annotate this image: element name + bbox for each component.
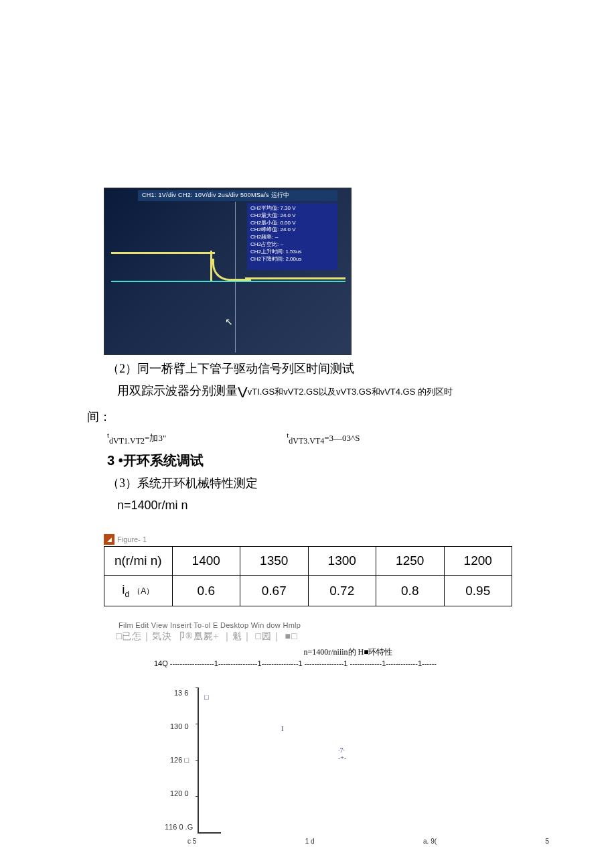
y-axis-label: 130 0 — [170, 722, 189, 730]
scope-info-line: CH2平均值: 7.30 V — [250, 205, 334, 212]
x-axis-label: a. 9( — [423, 838, 437, 845]
formula-td12: tdVT1.VT2=加3" — [107, 431, 166, 446]
symbol-V: V — [238, 384, 248, 401]
data-point-marker: ·7·-+- — [338, 746, 346, 761]
formula-row: tdVT1.VT2=加3" tdVT3.VT4=3—03^S — [87, 431, 529, 446]
chart-area: n=1400r/niiin的 H■环特性 14Q ---------------… — [147, 647, 549, 842]
y-axis-label: 120 0 — [170, 789, 189, 797]
paragraph-tail: 间： — [87, 409, 529, 425]
formula-rest: =3—03^S — [324, 434, 360, 444]
figure-block: ◢ Figure- 1 n(r/mi n) 1400 1350 1300 125… — [104, 534, 512, 842]
scope-wave-ch1 — [111, 252, 215, 254]
formula-sub: dVT1.VT2 — [109, 436, 145, 446]
scope-header: CH1: 1V/div CH2: 10V/div 2us/div 500MSa/… — [138, 190, 337, 201]
chart-axis-frame — [198, 687, 221, 834]
table-cell: 0.67 — [240, 576, 309, 606]
x-axis-label: 1 d — [305, 838, 315, 845]
paragraph-step-2: （2）同一桥臂上下管子驱动信号列区时间测试 — [87, 360, 529, 377]
figure-window-title: ◢ Figure- 1 — [104, 534, 512, 545]
scope-info-line: CH2最大值: 24.0 V — [250, 212, 334, 220]
scope-info-line: CH2占空比: -- — [250, 241, 334, 249]
table-cell: 1200 — [444, 547, 512, 576]
y-axis-label: 126 □ — [170, 756, 189, 764]
figure-menu-bar: Film Edit View Inseirt To-ol E Desktop W… — [119, 621, 512, 629]
matlab-figure-icon: ◢ — [104, 534, 114, 545]
y-tick — [196, 760, 199, 761]
scope-wave-ch2 — [111, 281, 345, 282]
y-axis-label: 116 0 .G — [165, 823, 193, 831]
table-row: n(r/mi n) 1400 1350 1300 1250 1200 — [104, 547, 512, 576]
text-fragment: vTI.GS和 — [248, 387, 283, 397]
y-tick — [196, 724, 199, 724]
table-cell: 0.95 — [444, 576, 512, 606]
data-point-marker: □ — [204, 693, 209, 701]
formula-td34: tdVT3.VT4=3—03^S — [287, 431, 360, 446]
chart-body: 13 6 130 0 126 □ 120 0 116 0 .G □ I ·7·-… — [147, 667, 549, 842]
figure-toolbar: □已怎｜気決 卩®凰屍+ ｜魁｜ □园｜ ■□ — [116, 631, 512, 643]
scope-info-line: CH2频率: -- — [250, 234, 334, 241]
table-row: id （A） 0.6 0.67 0.72 0.8 0.95 — [104, 576, 512, 606]
paragraph-n-value: n=1400r/mi n — [87, 497, 529, 514]
scope-info-line: CH2下降时间: 2.00us — [250, 256, 334, 263]
table-cell: 1250 — [376, 547, 445, 576]
scope-info-line: CH2最小值: 0.00 V — [250, 220, 334, 227]
scope-info-line: CH2峰峰值: 24.0 V — [250, 226, 334, 234]
table-cell: 1400 — [172, 547, 240, 576]
text-fragment: 用双踪示波器分别测量 — [117, 384, 238, 397]
scope-wave-ch1-low — [245, 277, 345, 279]
scope-info-panel: CH2平均值: 7.30 V CH2最大值: 24.0 V CH2最小值: 0.… — [247, 203, 337, 270]
section-heading-3: 3 •开环系统调试 — [87, 452, 529, 470]
paragraph-measurement: 用双踪示波器分别测量VvTI.GS和vVT2.GS以及vVT3.GS和vVT4.… — [87, 383, 529, 403]
unit-A: （A） — [133, 586, 154, 596]
table-row-header: id （A） — [104, 576, 173, 606]
text-fragment: vVT3.GS和 — [336, 387, 380, 397]
y-axis-label: 13 6 — [174, 689, 188, 697]
symbol-d-sub: d — [125, 590, 129, 599]
cursor-arrow-icon: ↖ — [225, 316, 233, 328]
table-cell: 0.6 — [172, 576, 240, 606]
formula-sub: dVT3.VT4 — [289, 436, 324, 446]
data-table: n(r/mi n) 1400 1350 1300 1250 1200 id （A… — [104, 546, 512, 606]
scope-info-line: CH2上升时间: 1.53us — [250, 249, 334, 256]
figure-title-text: Figure- 1 — [117, 535, 147, 543]
x-axis-label: 5 — [545, 838, 549, 845]
table-cell: 1350 — [240, 547, 309, 576]
y-tick — [196, 687, 199, 688]
text-fragment: vVT2.GS以及 — [283, 387, 336, 397]
chart-top-tick: 14Q ------------------1----------------1… — [154, 659, 549, 667]
table-cell: 0.8 — [376, 576, 445, 606]
x-axis-label: c 5 — [187, 838, 196, 845]
data-point-marker: I — [281, 724, 284, 732]
x-axis-labels-row: c 5 1 d a. 9( 5 — [187, 838, 549, 845]
document-body: CH1: 1V/div CH2: 10V/div 2us/div 500MSa/… — [0, 0, 616, 855]
y-tick — [196, 796, 199, 797]
chart-title: n=1400r/niiin的 H■环特性 — [147, 647, 549, 658]
oscilloscope-screenshot: CH1: 1V/div CH2: 10V/div 2us/div 500MSa/… — [104, 188, 352, 355]
paragraph-step-3: （3）系统开环机械特性测定 — [87, 475, 529, 492]
table-row-header: n(r/mi n) — [104, 547, 173, 576]
formula-rest: =加3" — [145, 434, 166, 444]
table-cell: 1300 — [308, 547, 376, 576]
table-cell: 0.72 — [308, 576, 376, 606]
scope-wave-falling-edge — [210, 251, 250, 281]
text-fragment: vVT4.GS 的列区时 — [380, 387, 453, 397]
